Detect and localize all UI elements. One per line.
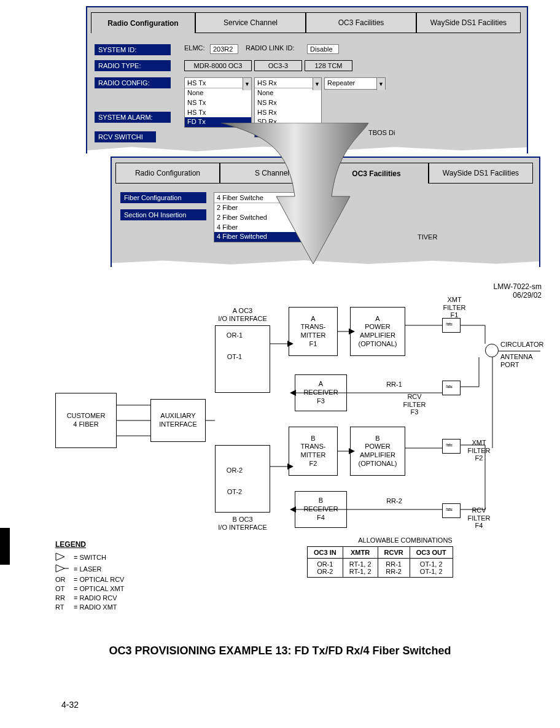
filter-icon bbox=[442, 318, 461, 333]
tab-oc3-facilities[interactable]: OC3 Facilities bbox=[306, 12, 416, 33]
tab-radio-configuration[interactable]: Radio Configuration bbox=[115, 163, 220, 184]
legend-item: = SWITCH bbox=[74, 554, 106, 561]
filter-icon bbox=[442, 381, 461, 395]
combos-header: OC3 OUT bbox=[410, 547, 453, 559]
torn-edge bbox=[112, 260, 539, 268]
label-radio-config: RADIO CONFIG: bbox=[95, 77, 171, 88]
label-rcv-switching: RCV SWITCHI bbox=[95, 131, 156, 142]
combos-header: OC3 IN bbox=[308, 547, 343, 559]
dropdown-fiber-config[interactable]: 4 Fiber Switche ▼ 2 Fiber 2 Fiber Switch… bbox=[214, 192, 306, 242]
legend-abbrev: RT bbox=[55, 603, 74, 611]
dropdown-rx-list: None NS Rx HS Rx SD Rx FD Rx bbox=[255, 88, 321, 137]
tab-wayside-ds1[interactable]: WaySide DS1 Facilities bbox=[429, 163, 533, 184]
svg-marker-7 bbox=[56, 565, 64, 572]
label-radio-link-id: RADIO LINK ID: bbox=[246, 44, 294, 52]
legend-item: = LASER bbox=[74, 565, 102, 573]
document-id: LMW-7022-sm 06/29/02 bbox=[494, 282, 542, 300]
dropdown-rx[interactable]: HS Rx ▼ None NS Rx HS Rx SD Rx FD Rx bbox=[254, 77, 322, 137]
chevron-down-icon[interactable]: ▼ bbox=[297, 193, 305, 205]
dropdown-tx-opt[interactable]: FD Tx bbox=[185, 117, 251, 127]
block-diagram: CUSTOMER 4 FIBER AUXILIARY INTERFACE A O… bbox=[55, 307, 540, 602]
combos-table: OC3 IN XMTR RCVR OC3 OUT OR-1OR-2 RT-1, … bbox=[307, 546, 453, 578]
dropdown-fiber-opt[interactable]: 4 Fiber bbox=[214, 223, 305, 233]
block-b-trans: B TRANS- MITTER F2 bbox=[289, 427, 338, 476]
dropdown-rx-opt[interactable]: NS Rx bbox=[255, 98, 321, 108]
label-circulator: CIRCULATOR bbox=[500, 341, 550, 352]
dropdown-fiber-config-selected: 4 Fiber Switche bbox=[214, 193, 305, 203]
block-b-io bbox=[215, 445, 270, 513]
legend-abbrev: OT bbox=[55, 585, 74, 592]
legend-abbrev: OR bbox=[55, 576, 74, 583]
label-radio-type: RADIO TYPE: bbox=[95, 60, 171, 71]
label-rcv-f3: RCV FILTER F3 bbox=[399, 393, 430, 404]
chevron-down-icon[interactable]: ▼ bbox=[313, 78, 321, 90]
tabstrip: Radio Configuration Service Channel OC3 … bbox=[91, 12, 523, 37]
label-xmt-f2: XMT FILTER F2 bbox=[464, 439, 494, 450]
dropdown-tx-opt[interactable]: NS Tx bbox=[185, 98, 251, 108]
page-title: OC3 PROVISIONING EXAMPLE 13: FD Tx/FD Rx… bbox=[0, 645, 560, 657]
label-elmc: ELMC: bbox=[184, 44, 205, 52]
combos-cell: OR-1OR-2 bbox=[308, 559, 343, 578]
filter-icon bbox=[442, 503, 461, 518]
field-elmc[interactable]: 203R2 bbox=[210, 44, 238, 54]
tab-wayside-ds1[interactable]: WaySide DS1 Facilities bbox=[416, 12, 521, 33]
combos-cell: OT-1, 2OT-1, 2 bbox=[410, 559, 453, 578]
label-ot1: OT-1 bbox=[196, 353, 273, 364]
svg-marker-6 bbox=[56, 553, 64, 560]
dropdown-tx-selected: HS Tx bbox=[185, 78, 251, 88]
dropdown-fiber-config-list: 2 Fiber 2 Fiber Switched 4 Fiber 4 Fiber… bbox=[214, 203, 305, 242]
doc-id-line1: LMW-7022-sm bbox=[494, 282, 542, 291]
dropdown-repeater[interactable]: Repeater ▼ bbox=[324, 77, 386, 90]
dropdown-fiber-opt[interactable]: 2 Fiber Switched bbox=[214, 213, 305, 223]
field-radio-link-id[interactable]: Disable bbox=[307, 44, 339, 54]
chevron-down-icon[interactable]: ▼ bbox=[243, 78, 251, 90]
label-xmt-f1: XMT FILTER F1 bbox=[439, 296, 470, 307]
dropdown-tx-opt[interactable]: HS Tx bbox=[185, 108, 251, 118]
field-radio-model: MDR-8000 OC3 bbox=[184, 60, 252, 71]
legend: LEGEND = SWITCH = LASER OR= OPTICAL RCV … bbox=[55, 540, 124, 613]
legend-abbrev: RR bbox=[55, 594, 74, 602]
label-system-id: SYSTEM ID: bbox=[95, 44, 171, 55]
fragment-tbos: TBOS Di bbox=[368, 129, 395, 136]
dropdown-tx-opt[interactable]: None bbox=[185, 88, 251, 98]
tabstrip: Radio Configuration S Channel OC3 Facili… bbox=[115, 163, 535, 185]
dropdown-rx-opt[interactable]: HS Rx bbox=[255, 108, 321, 118]
block-aux-interface: AUXILIARY INTERFACE bbox=[150, 399, 206, 442]
dropdown-tx[interactable]: HS Tx ▼ None NS Tx HS Tx FD Tx bbox=[184, 77, 252, 128]
label-section-oh-insertion: Section OH Insertion bbox=[120, 209, 206, 220]
window-oc3-facilities: Radio Configuration S Channel OC3 Facili… bbox=[111, 157, 540, 267]
tab-service-channel[interactable]: Service Channel bbox=[195, 12, 306, 33]
thumb-index-tab bbox=[0, 528, 10, 565]
switch-icon bbox=[55, 552, 74, 562]
dropdown-fiber-opt[interactable]: 2 Fiber bbox=[214, 203, 305, 213]
combos-cell: RT-1, 2RT-1, 2 bbox=[343, 559, 378, 578]
combos-cell: RR-1RR-2 bbox=[378, 559, 410, 578]
legend-item: = OPTICAL XMT bbox=[74, 585, 124, 592]
block-a-pa: A POWER AMPLIFIER (OPTIONAL) bbox=[350, 307, 405, 356]
tab-radio-configuration[interactable]: Radio Configuration bbox=[91, 12, 195, 33]
dropdown-rx-selected: HS Rx bbox=[255, 78, 321, 88]
label-b-io: B OC3 I/O INTERFACE bbox=[209, 516, 276, 527]
chevron-down-icon[interactable]: ▼ bbox=[376, 78, 385, 90]
block-customer: CUSTOMER 4 FIBER bbox=[55, 393, 117, 448]
legend-title: LEGEND bbox=[55, 540, 124, 549]
block-a-receiver: A RECEIVER F3 bbox=[295, 374, 347, 411]
combos-header: RCVR bbox=[378, 547, 410, 559]
field-radio-rate: OC3-3 bbox=[254, 60, 302, 71]
tab-oc3-facilities[interactable]: OC3 Facilities bbox=[324, 163, 429, 184]
dropdown-rx-opt[interactable]: FD Rx bbox=[255, 127, 321, 137]
window-radio-configuration: Radio Configuration Service Channel OC3 … bbox=[86, 6, 528, 153]
dropdown-tx-list: None NS Tx HS Tx FD Tx bbox=[185, 88, 251, 127]
label-a-io: A OC3 I/O INTERFACE bbox=[209, 307, 276, 318]
field-radio-mod: 128 TCM bbox=[305, 60, 352, 71]
legend-item: = RADIO RCV bbox=[74, 594, 117, 602]
dropdown-fiber-opt[interactable]: 4 Fiber Switched bbox=[214, 232, 305, 242]
dropdown-rx-opt[interactable]: None bbox=[255, 88, 321, 98]
combos-header: XMTR bbox=[343, 547, 378, 559]
dropdown-rx-opt[interactable]: SD Rx bbox=[255, 117, 321, 127]
label-rr1: RR-1 bbox=[356, 381, 432, 392]
tab-service-channel[interactable]: S Channel bbox=[220, 163, 324, 184]
label-ot2: OT-2 bbox=[196, 488, 273, 499]
label-antenna-port: ANTENNA PORT bbox=[500, 353, 550, 364]
label-rr2: RR-2 bbox=[356, 497, 432, 508]
